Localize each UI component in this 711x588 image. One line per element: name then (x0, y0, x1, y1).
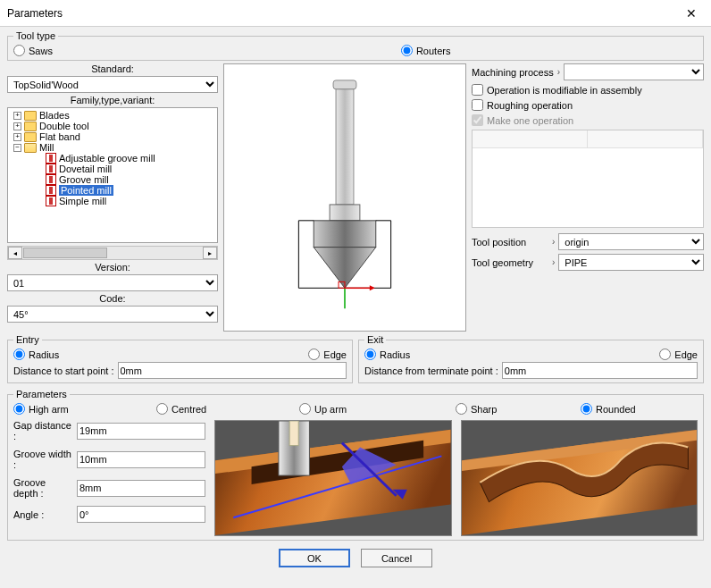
arm-preview-image (214, 420, 452, 536)
tool-geometry-label: Tool geometry (472, 257, 548, 268)
version-label: Version: (7, 262, 218, 273)
radio-uparm[interactable]: Up arm (299, 403, 447, 415)
close-icon[interactable]: ✕ (679, 3, 704, 24)
chevron-right-icon[interactable]: › (552, 257, 555, 267)
entry-radius[interactable]: Radius (13, 349, 59, 360)
tool-icon (46, 185, 56, 196)
machining-process-select[interactable] (564, 63, 704, 80)
entry-edge[interactable]: Edge (308, 349, 347, 360)
window-title: Parameters (7, 7, 679, 20)
tool-icon (46, 174, 56, 185)
tool-position-label: Tool position (472, 237, 548, 248)
gap-input[interactable] (77, 423, 205, 440)
tree-hscroll[interactable]: ◂ ▸ (7, 246, 218, 260)
exit-group: Exit Radius Edge Distance from terminate… (358, 334, 704, 383)
angle-input[interactable] (77, 506, 205, 523)
standard-select[interactable]: TopSolid'Wood (7, 76, 218, 93)
expand-icon[interactable]: + (13, 122, 21, 130)
gw-input[interactable] (77, 451, 205, 468)
tool-type-legend: Tool type (13, 30, 58, 41)
svg-rect-2 (330, 205, 360, 221)
cancel-button[interactable]: Cancel (361, 549, 432, 567)
radio-higharm[interactable]: High arm (13, 403, 147, 415)
standard-label: Standard: (7, 63, 218, 74)
tool-icon (46, 196, 56, 206)
gw-label: Groove width : (13, 449, 71, 470)
cb-makeone: Make one operation (472, 114, 704, 126)
svg-marker-13 (370, 285, 375, 290)
angle-label: Angle : (13, 509, 71, 520)
exit-edge[interactable]: Edge (659, 349, 698, 360)
tool-position-select[interactable]: origin (558, 233, 704, 250)
exit-dist-input[interactable] (502, 362, 698, 379)
svg-rect-1 (336, 89, 354, 205)
family-label: Family,type,variant: (7, 95, 218, 105)
gap-label: Gap distance : (13, 420, 71, 441)
gd-input[interactable] (77, 480, 205, 497)
code-label: Code: (7, 293, 218, 304)
svg-rect-3 (314, 221, 376, 248)
radio-sharp[interactable]: Sharp (456, 403, 572, 415)
tree-node-doubletool[interactable]: + Double tool (10, 121, 215, 131)
tree-node-adjgroove[interactable]: Adjustable groove mill (10, 153, 215, 164)
svg-rect-0 (333, 80, 356, 89)
family-tree[interactable]: + Blades + Double tool + Flat band − (7, 107, 218, 243)
cb-modifiable[interactable]: Operation is modifiable in assembly (472, 84, 704, 96)
expand-icon[interactable]: + (13, 112, 21, 120)
folder-icon (24, 111, 37, 121)
tool-icon (46, 153, 56, 164)
version-select[interactable]: 01 (7, 274, 218, 291)
machining-process-label: Machining process (472, 67, 554, 78)
cb-roughing[interactable]: Roughing operation (472, 99, 704, 111)
folder-icon (24, 132, 37, 142)
tree-node-groove[interactable]: Groove mill (10, 174, 215, 185)
scroll-right-icon[interactable]: ▸ (203, 247, 217, 259)
scroll-thumb[interactable] (23, 248, 107, 258)
radio-routers[interactable]: Routers (401, 45, 451, 56)
radio-centred[interactable]: Centred (156, 403, 290, 415)
parameters-group: Parameters High arm Centred Up arm Sharp… (7, 389, 704, 541)
tree-node-dovetail[interactable]: Dovetail mill (10, 164, 215, 174)
expand-icon[interactable]: + (13, 133, 21, 141)
folder-open-icon (24, 143, 37, 153)
folder-icon (24, 122, 37, 131)
titlebar: Parameters ✕ (0, 0, 711, 27)
ok-button[interactable]: OK (279, 549, 350, 567)
radio-rounded[interactable]: Rounded (581, 403, 636, 415)
tree-node-mill[interactable]: − Mill (10, 142, 215, 153)
chevron-right-icon[interactable]: › (552, 237, 555, 247)
operations-grid[interactable] (472, 130, 704, 228)
chevron-right-icon[interactable]: › (557, 67, 560, 77)
scroll-left-icon[interactable]: ◂ (8, 247, 22, 259)
collapse-icon[interactable]: − (13, 144, 21, 152)
entry-group: Entry Radius Edge Distance to start poin… (7, 334, 353, 383)
entry-dist-label: Distance to start point : (13, 365, 114, 376)
gd-label: Groove depth : (13, 477, 71, 499)
exit-dist-label: Distance from terminate point : (364, 365, 498, 376)
rounded-preview-image (461, 420, 698, 536)
radio-saws[interactable]: Saws (13, 45, 53, 56)
tool-preview (223, 63, 466, 332)
tree-node-flatband[interactable]: + Flat band (10, 131, 215, 142)
entry-dist-input[interactable] (118, 362, 347, 379)
tree-node-blades[interactable]: + Blades (10, 110, 215, 121)
code-select[interactable]: 45° (7, 306, 218, 323)
tree-node-pointed[interactable]: Pointed mill (10, 185, 215, 196)
tool-icon (46, 164, 56, 174)
tool-type-group: Tool type Saws Routers (7, 30, 704, 61)
svg-rect-20 (289, 421, 298, 446)
tool-geometry-select[interactable]: PIPE (558, 254, 704, 271)
tree-node-simple[interactable]: Simple mill (10, 196, 215, 206)
exit-radius[interactable]: Radius (364, 349, 410, 360)
